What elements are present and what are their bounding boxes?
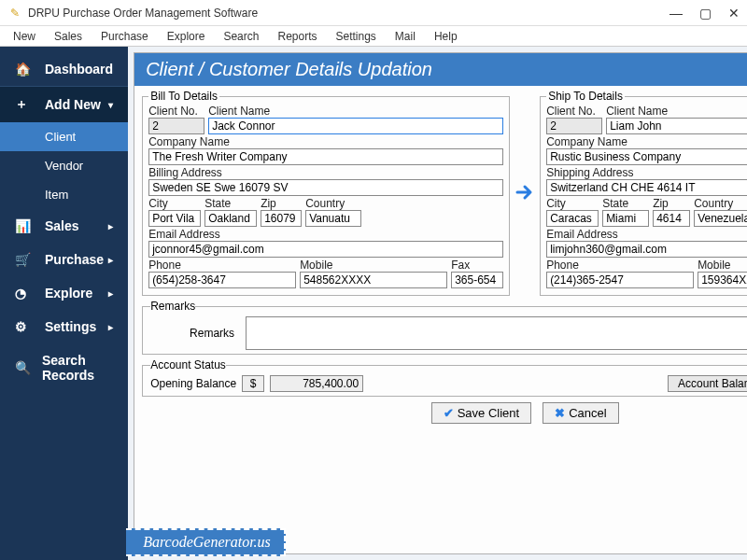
- plus-icon: ＋: [15, 96, 34, 113]
- sidebar-sub-client[interactable]: Client: [0, 122, 128, 151]
- titlebar: ✎ DRPU Purchase Order Management Softwar…: [0, 0, 747, 26]
- ship-address-label: Shipping Address: [546, 166, 747, 179]
- ship-mobile-label: Mobile: [698, 259, 747, 272]
- chevron-right-icon: ▸: [108, 322, 113, 332]
- bill-state-label: State: [204, 197, 257, 210]
- chart-icon: 📊: [15, 218, 34, 233]
- details-panel: Client / Customer Details Updation Close…: [134, 52, 747, 554]
- ship-zip-label: Zip: [653, 197, 690, 210]
- ship-client-no-label: Client No.: [546, 105, 602, 118]
- bill-zip-input[interactable]: [261, 210, 302, 227]
- account-status-fieldset: Account Status Opening Balance $ 785,400…: [142, 358, 747, 397]
- bill-mobile-input[interactable]: [300, 272, 447, 288]
- ship-company-input[interactable]: [546, 148, 747, 165]
- minimize-button[interactable]: —: [669, 6, 683, 21]
- menu-explore[interactable]: Explore: [160, 28, 213, 45]
- panel-header: Client / Customer Details Updation Close: [134, 53, 747, 86]
- ship-phone-label: Phone: [546, 259, 694, 272]
- chevron-right-icon: ▸: [108, 255, 113, 265]
- remarks-fieldset: Remarks Remarks: [142, 300, 747, 355]
- bill-country-input[interactable]: [305, 210, 361, 227]
- bill-mobile-label: Mobile: [300, 259, 447, 272]
- ship-email-input[interactable]: [546, 241, 747, 258]
- bill-phone-label: Phone: [148, 259, 296, 272]
- menu-new[interactable]: New: [6, 28, 43, 45]
- app-icon: ✎: [7, 6, 22, 21]
- ship-client-name-label: Client Name: [606, 105, 747, 118]
- ship-to-fieldset: Ship To Details Client No. Client Name: [540, 90, 747, 296]
- bill-client-no-input: [148, 118, 204, 134]
- bill-company-input[interactable]: [148, 148, 503, 165]
- sidebar-sub-item[interactable]: Item: [0, 180, 128, 209]
- sidebar-explore-label: Explore: [45, 286, 92, 301]
- check-icon: ✔: [444, 406, 454, 420]
- save-client-button[interactable]: ✔Save Client: [431, 402, 531, 424]
- sidebar-search-label: Search Records: [42, 353, 113, 383]
- maximize-button[interactable]: ▢: [699, 6, 712, 21]
- menu-reports[interactable]: Reports: [270, 28, 324, 45]
- remarks-input[interactable]: [246, 316, 747, 350]
- sidebar-purchase[interactable]: 🛒 Purchase ▸: [0, 243, 128, 276]
- bill-to-legend: Bill To Details: [148, 90, 219, 103]
- ship-city-input[interactable]: [546, 210, 599, 227]
- sidebar-add-new-label: Add New: [45, 97, 101, 112]
- chevron-right-icon: ▸: [108, 221, 113, 231]
- bill-fax-input[interactable]: [451, 272, 503, 288]
- bill-email-input[interactable]: [148, 241, 503, 258]
- menu-mail[interactable]: Mail: [388, 28, 423, 45]
- ship-email-label: Email Address: [546, 228, 747, 241]
- ship-state-label: State: [602, 197, 649, 210]
- ship-city-label: City: [546, 197, 599, 210]
- sidebar: 🏠 Dashboard ＋ Add New ▾ Client Vendor It…: [0, 47, 128, 560]
- opening-currency: $: [242, 375, 264, 392]
- menu-sales[interactable]: Sales: [47, 28, 90, 45]
- window-title: DRPU Purchase Order Management Software: [28, 7, 669, 20]
- sidebar-settings[interactable]: ⚙ Settings ▸: [0, 310, 128, 343]
- sidebar-dashboard-label: Dashboard: [45, 62, 113, 77]
- bill-fax-label: Fax: [451, 259, 503, 272]
- ship-country-input[interactable]: [694, 210, 747, 227]
- ship-state-input[interactable]: [602, 210, 649, 227]
- ship-address-input[interactable]: [546, 179, 747, 196]
- ship-client-no-input: [546, 118, 602, 134]
- cancel-button[interactable]: ✖Cancel: [543, 402, 618, 424]
- gear-icon: ⚙: [15, 319, 34, 334]
- ship-phone-input[interactable]: [546, 272, 694, 288]
- sidebar-add-new[interactable]: ＋ Add New ▾: [0, 87, 128, 122]
- account-balance-button[interactable]: Account Balance: [668, 375, 747, 392]
- bill-zip-label: Zip: [261, 197, 302, 210]
- cart-icon: 🛒: [15, 252, 34, 267]
- menu-search[interactable]: Search: [216, 28, 266, 45]
- ship-to-legend: Ship To Details: [546, 90, 625, 103]
- menu-help[interactable]: Help: [427, 28, 465, 45]
- cancel-label: Cancel: [569, 406, 606, 420]
- bill-client-no-label: Client No.: [148, 105, 204, 118]
- ship-zip-input[interactable]: [653, 210, 690, 227]
- bill-company-label: Company Name: [148, 135, 503, 148]
- panel-title: Client / Customer Details Updation: [146, 59, 432, 80]
- close-window-button[interactable]: ✕: [728, 6, 740, 21]
- opening-balance-value: 785,400.00: [270, 375, 363, 392]
- copy-arrow-icon[interactable]: [514, 183, 536, 202]
- ship-mobile-input[interactable]: [698, 272, 747, 288]
- ship-client-name-input[interactable]: [606, 118, 747, 134]
- bill-phone-input[interactable]: [148, 272, 296, 288]
- sidebar-dashboard[interactable]: 🏠 Dashboard: [0, 52, 128, 87]
- bill-state-input[interactable]: [204, 210, 257, 227]
- sidebar-search-records[interactable]: 🔍 Search Records: [0, 343, 128, 392]
- bill-country-label: Country: [305, 197, 361, 210]
- bill-city-input[interactable]: [148, 210, 201, 227]
- menu-settings[interactable]: Settings: [329, 28, 384, 45]
- home-icon: 🏠: [15, 62, 34, 77]
- bill-to-fieldset: Bill To Details Client No. Client Name: [142, 90, 510, 296]
- account-legend: Account Status: [150, 358, 226, 371]
- bill-client-name-input[interactable]: [208, 118, 503, 134]
- sidebar-sub-vendor[interactable]: Vendor: [0, 151, 128, 180]
- ship-country-label: Country: [694, 197, 747, 210]
- bill-email-label: Email Address: [148, 228, 503, 241]
- remarks-legend: Remarks: [150, 300, 195, 313]
- bill-address-input[interactable]: [148, 179, 503, 196]
- sidebar-explore[interactable]: ◔ Explore ▸: [0, 276, 128, 310]
- menu-purchase[interactable]: Purchase: [93, 28, 156, 45]
- sidebar-sales[interactable]: 📊 Sales ▸: [0, 209, 128, 243]
